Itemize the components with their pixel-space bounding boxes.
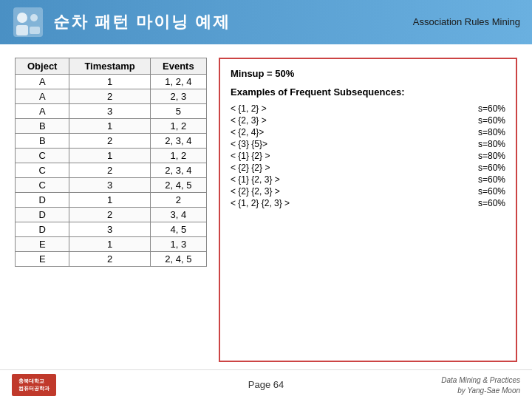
subsequence-support: s=80% (461, 127, 505, 137)
table-cell: C (16, 149, 69, 163)
table-cell: 1 (69, 193, 150, 208)
table-row: A22, 3 (16, 89, 207, 104)
table-row: E11, 3 (16, 237, 207, 252)
table-cell: D (16, 222, 69, 237)
table-cell: 2 (69, 208, 150, 222)
subtitle-text: Association Rules Mining (413, 16, 520, 27)
subsequence-label: < {1, 2} > (231, 103, 461, 114)
footer: 충북대학교컴퓨터공학과 Page 64 Data Mining & Practi… (0, 369, 532, 399)
table-row: B22, 3, 4 (16, 134, 207, 149)
table-cell: 5 (150, 104, 206, 119)
subsequence-row: < {2} {2} >s=60% (231, 163, 505, 173)
subsequence-label: < {2, 3} > (231, 115, 461, 126)
table-cell: 1, 2 (150, 149, 206, 163)
table-cell: 3, 4 (150, 208, 206, 222)
col-timestamp: Timestamp (69, 58, 150, 75)
table-cell: 2 (69, 134, 150, 149)
subsequence-label: < {1} {2, 3} > (231, 174, 461, 185)
col-events: Events (150, 58, 206, 75)
table-cell: 4, 5 (150, 222, 206, 237)
table-cell: 1, 2, 4 (150, 75, 206, 89)
subsequence-row: < {2} {2, 3} >s=60% (231, 186, 505, 197)
svg-rect-3 (16, 25, 28, 35)
subsequence-support: s=80% (461, 139, 505, 149)
data-table: Object Timestamp Events A11, 2, 4A22, 3A… (15, 58, 207, 267)
table-cell: 1 (69, 149, 150, 163)
table-cell: 2 (69, 252, 150, 267)
subsequence-support: s=60% (461, 174, 505, 185)
table-cell: 1 (69, 119, 150, 134)
table-row: D34, 5 (16, 222, 207, 237)
header-icon (12, 6, 44, 38)
table-cell: A (16, 75, 69, 89)
table-cell: 2, 3 (150, 89, 206, 104)
subsequence-row: < {1, 2} {2, 3} >s=60% (231, 198, 505, 208)
table-row: D23, 4 (16, 208, 207, 222)
table-cell: 2, 4, 5 (150, 178, 206, 193)
table-cell: B (16, 119, 69, 134)
table-cell: A (16, 89, 69, 104)
table-cell: B (16, 134, 69, 149)
page-title: 순차 패턴 마이닝 예제 (53, 11, 231, 33)
subsequence-support: s=60% (461, 163, 505, 173)
table-row: C32, 4, 5 (16, 178, 207, 193)
table-cell: D (16, 193, 69, 208)
subsequence-row: < {1, 2} >s=60% (231, 103, 505, 114)
svg-rect-4 (30, 27, 40, 34)
subsequence-label: < {1} {2} > (231, 151, 461, 161)
table-header-row: Object Timestamp Events (16, 58, 207, 75)
svg-point-2 (30, 14, 38, 21)
col-object: Object (16, 58, 69, 75)
table-cell: 3 (69, 104, 150, 119)
table-row: C22, 3, 4 (16, 163, 207, 178)
table-cell: 1 (69, 75, 150, 89)
table-cell: 2 (69, 89, 150, 104)
table-row: C11, 2 (16, 149, 207, 163)
footer-left: 충북대학교컴퓨터공학과 (12, 374, 56, 396)
subsequence-support: s=60% (461, 115, 505, 126)
table-cell: 1 (69, 237, 150, 252)
table-cell: 2, 3, 4 (150, 163, 206, 178)
university-logo: 충북대학교컴퓨터공학과 (12, 374, 56, 396)
table-cell: E (16, 252, 69, 267)
table-cell: 1, 2 (150, 119, 206, 134)
table-cell: 2 (150, 193, 206, 208)
table-cell: 2, 3, 4 (150, 134, 206, 149)
header: 순차 패턴 마이닝 예제 Association Rules Mining (0, 0, 532, 44)
table-row: B11, 2 (16, 119, 207, 134)
table-cell: 2 (69, 163, 150, 178)
table-cell: A (16, 104, 69, 119)
svg-point-1 (17, 13, 27, 23)
subsequence-row: < {3} {5}>s=80% (231, 139, 505, 149)
footer-right: Data Mining & Practices by Yang-Sae Moon (441, 375, 520, 396)
subsequence-label: < {2} {2} > (231, 163, 461, 173)
subsequences-list: < {1, 2} >s=60%< {2, 3} >s=60%< {2, 4}>s… (231, 103, 505, 208)
table-cell: E (16, 237, 69, 252)
footer-right-line1: Data Mining & Practices (441, 376, 520, 384)
subsequence-label: < {2} {2, 3} > (231, 186, 461, 197)
subsequence-row: < {2, 3} >s=60% (231, 115, 505, 126)
table-cell: 2, 4, 5 (150, 252, 206, 267)
header-subtitle: Association Rules Mining (413, 16, 520, 29)
table-cell: D (16, 208, 69, 222)
table-cell: C (16, 178, 69, 193)
table-cell: 1, 3 (150, 237, 206, 252)
table-cell: C (16, 163, 69, 178)
left-panel: Object Timestamp Events A11, 2, 4A22, 3A… (15, 58, 207, 362)
subsequence-row: < {1} {2, 3} >s=60% (231, 174, 505, 185)
examples-heading: Examples of Frequent Subsequences: (231, 86, 505, 98)
table-row: D12 (16, 193, 207, 208)
footer-right-line2: by Yang-Sae Moon (457, 386, 520, 395)
table-row: E22, 4, 5 (16, 252, 207, 267)
subsequence-label: < {2, 4}> (231, 127, 461, 137)
minsup-label: Minsup = 50% (231, 68, 505, 79)
subsequence-row: < {1} {2} >s=80% (231, 151, 505, 161)
main-content: Object Timestamp Events A11, 2, 4A22, 3A… (0, 44, 532, 369)
subsequence-support: s=60% (461, 198, 505, 208)
table-row: A11, 2, 4 (16, 75, 207, 89)
page-label: Page 64 (248, 379, 284, 390)
table-row: A35 (16, 104, 207, 119)
subsequence-support: s=60% (461, 103, 505, 114)
subsequence-row: < {2, 4}>s=80% (231, 127, 505, 137)
subsequence-label: < {3} {5}> (231, 139, 461, 149)
